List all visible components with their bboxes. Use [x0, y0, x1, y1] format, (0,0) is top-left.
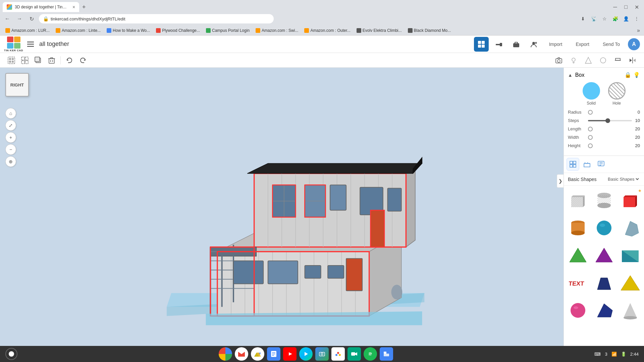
shape-title: Box [575, 72, 622, 78]
svg-rect-164 [351, 352, 355, 356]
download-icon[interactable]: ⬇ [578, 14, 588, 23]
redo-button[interactable] [77, 54, 89, 66]
taskbar-gmail-icon[interactable] [235, 347, 248, 361]
taskbar-spotify-icon[interactable] [364, 347, 377, 361]
shape-item-box-gray[interactable] [565, 187, 591, 214]
maximize-button[interactable]: □ [621, 2, 631, 12]
hammer-button[interactable] [491, 37, 506, 52]
shape-item-text-red[interactable]: TEXT [565, 269, 591, 296]
user-avatar[interactable]: A [628, 38, 640, 50]
bookmark-campus[interactable]: Campus Portal Login [203, 27, 252, 34]
shape-item-pyramid-purple[interactable] [591, 242, 617, 269]
svg-marker-158 [305, 352, 308, 356]
bookmark-amazon4[interactable]: Amazon.com : Outer... [302, 27, 353, 34]
shape-item-cone-gray[interactable] [618, 297, 643, 324]
taskbar-play-icon[interactable] [299, 347, 313, 361]
taskbar-files-icon[interactable] [380, 347, 393, 361]
bookmark-amazon1[interactable]: Amazon.com : LUR... [3, 27, 52, 34]
width-value: 20 [632, 135, 640, 140]
shape-item-box-red[interactable]: ★ [618, 187, 643, 214]
bookmark-amazon3[interactable]: Amazon.com : Swi... [253, 27, 301, 34]
shape-collapse-button[interactable]: ▲ [568, 72, 573, 78]
import-button[interactable]: Import [544, 40, 568, 49]
send-to-button[interactable]: Send To [597, 40, 625, 49]
light-bulb-button[interactable] [568, 54, 580, 66]
new-tab-button[interactable]: + [79, 2, 89, 12]
tinkercad-logo[interactable]: TIN KER CAD [4, 37, 23, 52]
refresh-button[interactable]: ↻ [27, 14, 36, 23]
shapes-category-dropdown[interactable]: Basic Shapes Letters Connectors [606, 176, 640, 182]
shape-item-cylinder-gray[interactable] [591, 187, 617, 214]
viewport[interactable]: RIGHT ⌂ ⤢ + − ⊕ [0, 68, 564, 362]
ruler-library-tab[interactable] [581, 158, 593, 171]
cast-icon[interactable]: 📡 [589, 14, 598, 23]
lightbulb-icon[interactable]: 💡 [633, 72, 640, 78]
add-user-button[interactable] [526, 37, 541, 52]
bookmark-amazon2[interactable]: Amazon.com : Linte... [53, 27, 103, 34]
radius-radio[interactable] [588, 110, 593, 115]
profile-icon[interactable]: 👤 [621, 14, 631, 23]
grid-library-tab[interactable] [567, 158, 579, 171]
group-button[interactable] [5, 54, 17, 66]
forward-button[interactable]: → [15, 14, 24, 23]
shape-item-pyramid-yellow[interactable] [618, 269, 643, 296]
mirror-button[interactable] [627, 54, 639, 66]
bookmark-black-diamond[interactable]: Black Diamond Mo... [405, 27, 454, 34]
svg-rect-96 [346, 258, 362, 291]
back-button[interactable]: ← [3, 14, 12, 23]
shape-tool-button[interactable] [582, 54, 594, 66]
solid-type-button[interactable]: Solid [583, 82, 600, 106]
taskbar-camera-icon[interactable] [315, 347, 329, 361]
grid-view-button[interactable] [474, 37, 489, 52]
align-button[interactable] [612, 54, 624, 66]
svg-marker-141 [621, 276, 640, 290]
hamburger-menu-button[interactable] [26, 40, 35, 49]
shape-item-prism-navy[interactable] [591, 269, 617, 296]
delete-button[interactable] [46, 54, 58, 66]
close-window-button[interactable]: ✕ [632, 2, 641, 12]
lock-icon[interactable]: 🔒 [625, 72, 631, 78]
hole-type-button[interactable]: Hole [608, 82, 626, 106]
taskbar-chrome-icon[interactable] [219, 347, 232, 361]
export-button[interactable]: Export [570, 40, 594, 49]
height-control [588, 143, 632, 148]
bookmark-howto[interactable]: How to Make a Wo... [104, 27, 153, 34]
menu-icon[interactable]: ⋮ [632, 14, 641, 23]
minimize-button[interactable]: ─ [610, 2, 620, 12]
shape-item-pyramid-green[interactable] [565, 242, 591, 269]
ungroup-button[interactable] [19, 54, 31, 66]
circle-tool-button[interactable] [597, 54, 609, 66]
extensions-icon[interactable]: 🧩 [610, 14, 620, 23]
taskbar-meet-icon[interactable] [347, 347, 361, 361]
shape-item-navy-shape[interactable] [591, 297, 617, 324]
main-content: RIGHT ⌂ ⤢ + − ⊕ [0, 68, 644, 362]
taskbar-photos-icon[interactable] [331, 347, 345, 361]
panel-chevron-button[interactable]: ❯ [557, 174, 564, 188]
length-radio[interactable] [588, 127, 593, 131]
width-radio[interactable] [588, 135, 593, 140]
duplicate-button[interactable] [32, 54, 44, 66]
url-bar[interactable]: 🔒 tinkercad.com/things/dhdXydjRtTL/edit [39, 14, 274, 23]
bookmarks-more-button[interactable]: » [636, 27, 641, 34]
taskbar-drive-icon[interactable] [251, 347, 264, 361]
taskbar-youtube-icon[interactable] [283, 347, 297, 361]
steps-slider[interactable] [588, 120, 632, 121]
height-property: Height 20 [568, 143, 640, 148]
shape-item-cylinder-orange[interactable] [565, 215, 591, 241]
luggage-button[interactable] [509, 37, 524, 52]
bookmark-evolv[interactable]: Evolv Elektra Climbi... [354, 27, 405, 34]
shape-item-sphere-teal[interactable] [591, 215, 617, 241]
tab-close-button[interactable]: × [72, 4, 75, 10]
active-tab[interactable]: 3D design all together | Tinkerca... × [3, 2, 79, 12]
undo-button[interactable] [63, 54, 75, 66]
taskbar-docs-icon[interactable] [267, 347, 280, 361]
shape-item-wedge-teal[interactable] [618, 242, 643, 269]
bookmark-star-icon[interactable]: ☆ [600, 14, 609, 23]
shape-item-sphere-pink[interactable] [565, 297, 591, 324]
height-radio[interactable] [588, 143, 593, 148]
shape-item-irregular-blue[interactable] [618, 215, 643, 241]
svg-rect-2 [27, 46, 34, 47]
chat-library-tab[interactable] [595, 158, 607, 171]
bookmark-plywood[interactable]: Plywood Challenge... [153, 27, 203, 34]
camera-button[interactable] [553, 54, 565, 66]
